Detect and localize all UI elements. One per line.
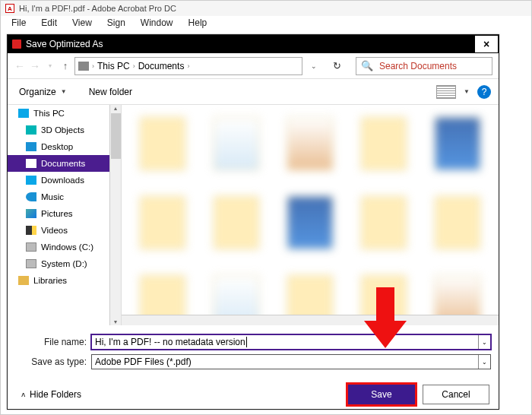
help-button[interactable]: ? — [477, 85, 491, 99]
nav-up-button[interactable]: ↑ — [59, 58, 71, 74]
folder-scrollbar-horizontal[interactable] — [122, 315, 499, 325]
dialog-modal-region: Save Optimized As × ← → ▾ ↑ › This PC › … — [1, 34, 531, 414]
tree-scrollbar[interactable]: ▴ ▾ — [109, 105, 121, 325]
tree-item-label: Desktop — [41, 142, 73, 151]
tree-item-label: Libraries — [33, 276, 67, 285]
tree-item-documents[interactable]: Documents — [8, 155, 109, 172]
pic-icon — [26, 209, 36, 218]
pdf-app-icon: A — [5, 4, 14, 13]
tree-item-3d-objects[interactable]: 3D Objects — [8, 122, 109, 138]
breadcrumb[interactable]: › This PC › Documents › — [74, 57, 302, 75]
app-title: Hi, I'm a PDF!.pdf - Adobe Acrobat Pro D… — [19, 4, 176, 13]
chevron-down-icon[interactable]: ▼ — [464, 88, 470, 95]
breadcrumb-history-dropdown[interactable]: ⌄ — [309, 62, 319, 70]
breadcrumb-folder[interactable]: Documents — [138, 61, 185, 71]
drive-icon — [26, 242, 36, 252]
tree-item-label: 3D Objects — [41, 125, 84, 135]
tree-item-label: Videos — [41, 226, 68, 235]
tree-item-label: Windows (C:) — [41, 242, 93, 252]
chevron-up-icon: ʌ — [21, 391, 25, 398]
saveastype-value: Adobe PDF Files (*.pdf) — [95, 356, 192, 367]
view-mode-button[interactable] — [436, 85, 456, 99]
tree-item-label: Documents — [41, 159, 85, 168]
refresh-button[interactable]: ↻ — [330, 60, 344, 71]
pdf-mini-icon — [12, 40, 21, 49]
tree-item-label: Downloads — [41, 176, 84, 185]
filename-input[interactable]: Hi, I'm a PDF! -- no metadata version ⌄ — [91, 334, 491, 350]
saveastype-dropdown-icon[interactable]: ⌄ — [478, 355, 490, 369]
menu-file[interactable]: File — [4, 16, 33, 31]
tree-item-desktop[interactable]: Desktop — [8, 138, 109, 155]
nav-tree[interactable]: This PC3D ObjectsDesktopDocumentsDownloa… — [8, 105, 109, 325]
save-button[interactable]: Save — [348, 385, 415, 404]
3d-icon — [26, 125, 36, 135]
new-folder-button[interactable]: New folder — [89, 87, 132, 97]
chevron-down-icon: ▼ — [61, 88, 67, 95]
saveastype-select[interactable]: Adobe PDF Files (*.pdf) ⌄ — [91, 354, 491, 369]
search-placeholder: Search Documents — [379, 61, 457, 71]
close-button[interactable]: × — [475, 36, 498, 52]
saveastype-label: Save as type: — [15, 356, 88, 367]
organize-button[interactable]: Organize ▼ — [15, 84, 71, 100]
filename-label: File name: — [15, 337, 88, 347]
tree-item-label: This PC — [33, 109, 65, 118]
save-dialog: Save Optimized As × ← → ▾ ↑ › This PC › … — [7, 34, 499, 410]
menu-help[interactable]: Help — [181, 16, 215, 31]
drive-icon — [26, 259, 36, 268]
toolbar-row: Organize ▼ New folder ▼ ? — [8, 79, 499, 105]
drive-icon — [78, 62, 89, 71]
scroll-down-icon[interactable]: ▾ — [114, 318, 117, 325]
down-icon — [26, 176, 36, 185]
tree-item-music[interactable]: Music — [8, 188, 109, 205]
scroll-thumb[interactable] — [111, 113, 121, 159]
desk-icon — [26, 142, 36, 151]
tree-item-pictures[interactable]: Pictures — [8, 205, 109, 222]
dialog-titlebar: Save Optimized As × — [8, 35, 499, 53]
hide-folders-label: Hide Folders — [30, 389, 81, 400]
filename-value: Hi, I'm a PDF! -- no metadata version — [95, 337, 247, 347]
tree-item-downloads[interactable]: Downloads — [8, 172, 109, 188]
cancel-button[interactable]: Cancel — [423, 385, 489, 404]
organize-label: Organize — [19, 87, 56, 97]
tree-item-libraries[interactable]: Libraries — [8, 272, 109, 289]
menubar: File Edit View Sign Window Help — [1, 16, 531, 31]
menu-edit[interactable]: Edit — [33, 16, 65, 31]
scroll-up-icon[interactable]: ▴ — [114, 105, 117, 112]
pc-icon — [18, 109, 29, 118]
search-input[interactable]: 🔍 Search Documents — [356, 57, 492, 75]
breadcrumb-sep-icon: › — [187, 62, 189, 70]
breadcrumb-root[interactable]: This PC — [97, 61, 130, 71]
app-titlebar: A Hi, I'm a PDF!.pdf - Adobe Acrobat Pro… — [1, 1, 531, 16]
menu-view[interactable]: View — [65, 16, 100, 31]
hide-folders-button[interactable]: ʌ Hide Folders — [21, 389, 81, 400]
vid-icon — [26, 226, 36, 235]
tree-item-windows-c-[interactable]: Windows (C:) — [8, 239, 109, 255]
nav-back-button[interactable]: ← — [14, 58, 26, 74]
music-icon — [26, 192, 36, 201]
tree-item-label: System (D:) — [41, 259, 87, 268]
filename-dropdown-icon[interactable]: ⌄ — [478, 335, 490, 349]
tree-item-videos[interactable]: Videos — [8, 222, 109, 239]
search-icon: 🔍 — [361, 60, 373, 71]
tree-item-label: Music — [41, 192, 64, 201]
tree-item-this-pc[interactable]: This PC — [8, 105, 109, 122]
folder-view[interactable] — [122, 105, 499, 325]
breadcrumb-sep-icon: › — [133, 62, 135, 70]
nav-recent-dropdown[interactable]: ▾ — [44, 58, 56, 74]
menu-sign[interactable]: Sign — [100, 16, 133, 31]
folder-thumbnails — [122, 105, 499, 325]
nav-row: ← → ▾ ↑ › This PC › Documents › ⌄ ↻ 🔍 Se… — [8, 53, 499, 79]
breadcrumb-sep-icon: › — [92, 62, 94, 70]
nav-forward-button[interactable]: → — [29, 58, 41, 74]
lib-icon — [18, 276, 29, 285]
tree-item-system-d-[interactable]: System (D:) — [8, 255, 109, 272]
tree-item-label: Pictures — [41, 209, 73, 218]
doc-icon — [26, 159, 36, 168]
dialog-title: Save Optimized As — [26, 39, 103, 49]
menu-window[interactable]: Window — [133, 16, 181, 31]
